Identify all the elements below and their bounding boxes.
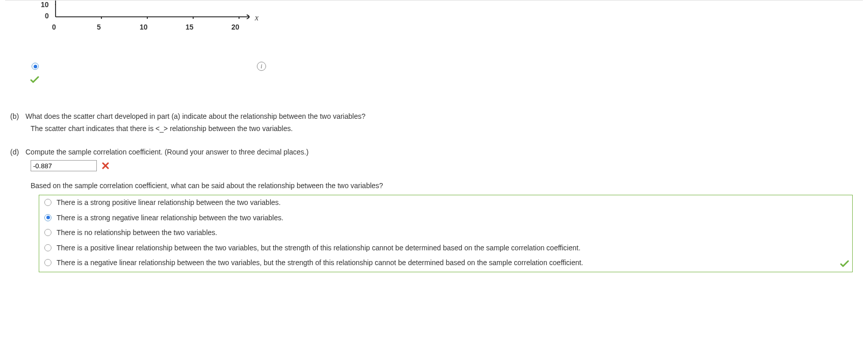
option-radio[interactable]	[44, 229, 51, 236]
info-icon[interactable]: i	[257, 62, 266, 71]
option-row[interactable]: There is a strong positive linear relati…	[39, 195, 852, 211]
axis-svg	[55, 1, 259, 23]
y-tick-label: 0	[45, 12, 49, 20]
part-b-question: What does the scatter chart developed in…	[25, 112, 863, 120]
option-row[interactable]: There is no relationship between the two…	[39, 225, 852, 241]
options-box: There is a strong positive linear relati…	[39, 195, 853, 272]
option-text: There is a negative linear relationship …	[57, 258, 847, 268]
option-radio[interactable]	[44, 214, 51, 221]
correct-check-icon	[30, 76, 863, 84]
chart-choice-radio[interactable]	[32, 63, 39, 70]
option-radio[interactable]	[44, 259, 51, 266]
y-tick-label: 10	[41, 1, 49, 9]
option-row[interactable]: There is a strong negative linear relati…	[39, 211, 852, 226]
part-b-answer-template: The scatter chart indicates that there i…	[31, 124, 863, 133]
option-text: There is no relationship between the two…	[57, 228, 847, 238]
option-text: There is a positive linear relationship …	[57, 243, 847, 253]
correlation-input[interactable]	[31, 160, 97, 171]
option-row[interactable]: There is a negative linear relationship …	[39, 255, 852, 271]
x-axis-variable: x	[255, 13, 258, 22]
part-b-label: (b)	[10, 112, 25, 120]
option-row[interactable]: There is a positive linear relationship …	[39, 241, 852, 256]
part-d-question: Compute the sample correlation coefficie…	[25, 148, 863, 156]
option-radio[interactable]	[44, 199, 51, 206]
option-text: There is a strong positive linear relati…	[57, 198, 847, 208]
option-radio[interactable]	[44, 244, 51, 251]
incorrect-x-icon	[102, 162, 109, 169]
chart-axis-fragment: 10 0 0 5 10 15 20 x	[41, 1, 863, 31]
correct-check-icon	[840, 260, 849, 270]
part-d-sub-question: Based on the sample correlation coeffici…	[31, 182, 863, 190]
option-text: There is a strong negative linear relati…	[57, 213, 847, 223]
part-d-label: (d)	[10, 148, 25, 156]
